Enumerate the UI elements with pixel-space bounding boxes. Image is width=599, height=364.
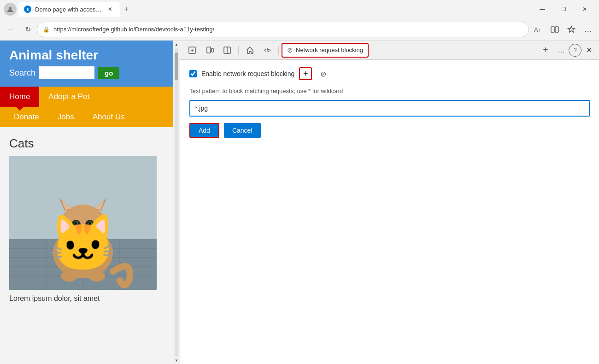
device-emulation-button[interactable] bbox=[201, 43, 218, 58]
scroll-track[interactable] bbox=[175, 48, 178, 357]
split-screen-button[interactable] bbox=[547, 22, 562, 37]
nav-right-buttons: A↑ … bbox=[531, 22, 595, 37]
section-title-cats: Cats bbox=[9, 136, 164, 151]
network-block-icon: ⊘ bbox=[287, 46, 293, 54]
action-buttons: Add Cancel bbox=[189, 123, 590, 138]
svg-rect-3 bbox=[555, 27, 558, 32]
add-submit-button[interactable]: Add bbox=[189, 123, 219, 138]
svg-point-20 bbox=[71, 220, 81, 229]
site-body: Cats bbox=[0, 127, 173, 312]
network-request-blocking-tab[interactable]: ⊘ Network request blocking bbox=[282, 43, 369, 58]
maximize-button[interactable]: ☐ bbox=[553, 0, 574, 18]
site-title: Animal shelter bbox=[9, 48, 164, 63]
refresh-button[interactable]: ↻ bbox=[20, 22, 35, 37]
svg-rect-34 bbox=[207, 47, 211, 53]
svg-point-22 bbox=[75, 221, 78, 226]
tab-close-button[interactable]: ✕ bbox=[106, 5, 114, 13]
devtools-toolbar: </> ⊘ Network request blocking + … ? ✕ bbox=[180, 41, 599, 60]
url-text: https://microsoftedge.github.io/Demos/de… bbox=[53, 26, 523, 33]
toggle-panel-button[interactable] bbox=[219, 43, 235, 58]
svg-text:A↑: A↑ bbox=[534, 26, 541, 33]
search-label: Search bbox=[9, 68, 35, 78]
svg-rect-2 bbox=[551, 27, 554, 32]
devtools-content: Enable network request blocking + ⊘ Text… bbox=[180, 60, 599, 364]
svg-point-24 bbox=[75, 222, 77, 225]
svg-point-25 bbox=[89, 222, 91, 225]
svg-point-32 bbox=[88, 270, 105, 282]
site-nav-row2: Donate Jobs About Us bbox=[0, 107, 173, 127]
add-pattern-button[interactable]: + bbox=[299, 67, 312, 80]
scroll-up-arrow[interactable]: ▲ bbox=[174, 41, 179, 47]
enable-blocking-row: Enable network request blocking + ⊘ bbox=[189, 67, 590, 80]
svg-rect-13 bbox=[9, 156, 157, 239]
cancel-button[interactable]: Cancel bbox=[224, 123, 261, 138]
tab-title: Demo page with accessibility issu bbox=[35, 6, 102, 13]
devtools-panel: </> ⊘ Network request blocking + … ? ✕ E… bbox=[180, 41, 599, 364]
svg-point-21 bbox=[85, 220, 94, 229]
webpage-section: Animal shelter Search go Home Adopt a Pe… bbox=[0, 41, 180, 364]
site-nav: Home Adopt a Pet bbox=[0, 87, 173, 107]
svg-marker-26 bbox=[81, 229, 85, 231]
lorem-text: Lorem ipsum dolor, sit amet bbox=[9, 294, 164, 303]
pattern-input[interactable] bbox=[189, 100, 590, 117]
enable-blocking-checkbox[interactable] bbox=[189, 70, 197, 77]
minimize-button[interactable]: — bbox=[532, 0, 553, 18]
search-input[interactable] bbox=[39, 66, 94, 79]
close-devtools-button[interactable]: ✕ bbox=[582, 44, 595, 57]
cat-image bbox=[9, 156, 157, 290]
nav-adopt[interactable]: Adopt a Pet bbox=[39, 87, 99, 107]
read-aloud-button[interactable]: A↑ bbox=[531, 22, 546, 37]
svg-point-23 bbox=[88, 221, 92, 226]
edge-tab-icon: e bbox=[24, 6, 31, 13]
add-panel-button[interactable]: + bbox=[537, 43, 554, 58]
site-header: Animal shelter Search go bbox=[0, 41, 173, 87]
go-button[interactable]: go bbox=[98, 67, 119, 79]
main-area: Animal shelter Search go Home Adopt a Pe… bbox=[0, 41, 599, 364]
svg-point-15 bbox=[60, 205, 106, 246]
inspect-element-button[interactable] bbox=[184, 43, 200, 58]
website-content: Animal shelter Search go Home Adopt a Pe… bbox=[0, 41, 173, 364]
window-controls: — ☐ ✕ bbox=[532, 0, 595, 18]
home-panel-button[interactable] bbox=[241, 43, 258, 58]
svg-point-31 bbox=[61, 270, 77, 282]
svg-rect-35 bbox=[211, 48, 213, 52]
enable-blocking-label: Enable network request blocking bbox=[201, 70, 294, 77]
hint-text: Text pattern to block matching requests;… bbox=[189, 88, 590, 94]
scroll-thumb[interactable] bbox=[175, 53, 178, 80]
profile-icon[interactable] bbox=[4, 3, 17, 16]
help-button[interactable]: ? bbox=[569, 44, 581, 57]
toolbar-separator-1 bbox=[238, 46, 239, 55]
svg-point-14 bbox=[53, 228, 113, 278]
lock-icon: 🔒 bbox=[43, 26, 50, 33]
more-tools-button[interactable]: … bbox=[555, 44, 568, 57]
toolbar-separator-2 bbox=[278, 46, 279, 55]
active-tab[interactable]: e Demo page with accessibility issu ✕ bbox=[18, 2, 120, 17]
scrollbar[interactable]: ▲ ▼ bbox=[173, 41, 180, 364]
address-bar[interactable]: 🔒 https://microsoftedge.github.io/Demos/… bbox=[37, 22, 529, 37]
more-button[interactable]: … bbox=[581, 22, 595, 37]
tab-bar: e Demo page with accessibility issu ✕ + bbox=[18, 2, 530, 17]
nav-home[interactable]: Home bbox=[0, 87, 39, 107]
title-bar: e Demo page with accessibility issu ✕ + … bbox=[0, 0, 599, 18]
navigation-bar: ← ↻ 🔒 https://microsoftedge.github.io/De… bbox=[0, 18, 599, 41]
close-window-button[interactable]: ✕ bbox=[574, 0, 595, 18]
new-tab-button[interactable]: + bbox=[120, 3, 133, 16]
nav-jobs[interactable]: Jobs bbox=[48, 107, 83, 127]
block-all-button[interactable]: ⊘ bbox=[317, 67, 329, 80]
network-request-blocking-label: Network request blocking bbox=[296, 47, 363, 53]
favorites-button[interactable] bbox=[564, 22, 579, 37]
site-search-row: Search go bbox=[9, 66, 164, 79]
back-button[interactable]: ← bbox=[4, 22, 18, 37]
elements-panel-button[interactable]: </> bbox=[259, 43, 276, 58]
scroll-down-arrow[interactable]: ▼ bbox=[174, 358, 179, 363]
nav-about[interactable]: About Us bbox=[83, 107, 134, 127]
